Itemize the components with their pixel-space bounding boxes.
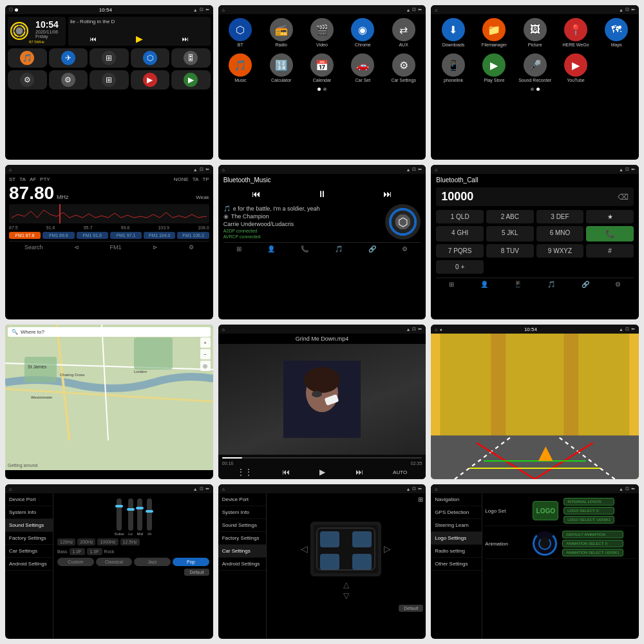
grid-app-herewego[interactable]: 📍 HERE WeGo — [557, 18, 594, 47]
dial-8[interactable]: 8 TUV — [486, 244, 534, 258]
menu12-logo[interactable]: Logo Settings — [431, 532, 482, 545]
default-anim-btn[interactable]: DEFAULT ANIMATION — [562, 531, 623, 538]
grid-app-music[interactable]: 🎵 Music — [222, 53, 259, 82]
preset-classical[interactable]: Classical — [96, 558, 133, 566]
anim-select-udisk1-btn[interactable]: ANIMATION SELECT: UDISK1 — [562, 549, 623, 556]
logo-box[interactable]: LOGO — [533, 501, 558, 520]
prev-track[interactable]: ⊲ — [74, 244, 79, 251]
map-search-bar[interactable]: 🔍 Where to? — [8, 327, 211, 337]
menu-factory-settings[interactable]: Factory Settings — [5, 532, 53, 545]
search-btn[interactable]: Search — [24, 244, 43, 251]
logo-select-udisk1-btn[interactable]: LOGO SELECT: UDISK1 — [564, 516, 614, 524]
internal-logos-btn[interactable]: INTERNAL LOGOS — [564, 498, 614, 506]
vid-play[interactable]: ▶ — [319, 468, 325, 477]
grid-app-carset[interactable]: 🚗 Car Set — [345, 53, 381, 82]
bt-phone-icon[interactable]: 📞 — [301, 245, 308, 252]
bt-prev[interactable]: ⏮ — [252, 189, 261, 199]
grid-app-maps[interactable]: 🗺 Maps — [598, 18, 635, 47]
preset-2[interactable]: FM1 89.8 — [43, 232, 74, 239]
menu12-radio[interactable]: Radio setting — [431, 545, 482, 558]
grid-app-calendar[interactable]: 📅 Calendar — [303, 53, 340, 82]
call-dialpad-icon[interactable]: ⊞ — [449, 281, 454, 288]
eq-toggle-icon[interactable]: ⊞ — [418, 496, 423, 503]
app-settings2[interactable]: ⚙ — [8, 70, 47, 90]
grid-app-aux[interactable]: ⇄ AUX — [385, 18, 422, 47]
menu-car-settings[interactable]: Car Settings — [5, 545, 53, 558]
next-btn[interactable]: ⏭ — [182, 35, 189, 43]
preset-3[interactable]: FM1 91.8 — [77, 232, 108, 239]
menu12-other[interactable]: Other Settings — [431, 558, 482, 571]
grid-app-bt[interactable]: ⬡ BT — [222, 18, 259, 47]
bt-music-icon[interactable]: 🎵 — [335, 245, 343, 252]
progress-bar[interactable] — [222, 457, 422, 459]
eq-mid-track[interactable] — [137, 498, 142, 531]
dial-star[interactable]: ★ — [586, 210, 634, 223]
preset-pop[interactable]: Pop — [173, 558, 209, 566]
car-right-arrow[interactable]: ▷ — [384, 544, 391, 554]
grid-app-calc[interactable]: 🔢 Calculator — [263, 53, 299, 82]
call-btn[interactable]: 📞 — [586, 226, 634, 242]
car-left-arrow[interactable]: ◁ — [301, 544, 308, 554]
dial-3[interactable]: 3 DEF — [536, 210, 584, 223]
freq-120[interactable]: 120Hz — [57, 538, 75, 545]
next-track[interactable]: ⊳ — [153, 244, 158, 251]
dial-6[interactable]: 6 MNO — [536, 226, 584, 242]
freq-125[interactable]: 12.5Hz — [120, 538, 140, 545]
call-settings-icon[interactable]: ⚙ — [615, 281, 621, 288]
freq-1000[interactable]: 1000Hz — [97, 538, 118, 545]
settings-btn[interactable]: ⚙ — [189, 244, 194, 251]
bt-settings-icon[interactable]: ⚙ — [402, 245, 408, 252]
grid-app-playstore[interactable]: ▶ Play Store — [476, 53, 513, 82]
prev-btn[interactable]: ⏮ — [90, 35, 97, 43]
menu11-sound-settings[interactable]: Sound Settings — [218, 519, 266, 532]
dial-7[interactable]: 7 PQRS — [436, 244, 484, 258]
dial-hash[interactable]: # — [586, 244, 634, 258]
preset-custom[interactable]: Custom — [57, 558, 94, 566]
grid-app-carsettings[interactable]: ⚙ Car Settings — [385, 53, 422, 82]
call-music-icon[interactable]: 🎵 — [547, 281, 555, 288]
dial-9[interactable]: 9 WXYZ — [536, 244, 584, 258]
app-bt[interactable]: ⬡ — [131, 48, 170, 68]
menu11-device-port[interactable]: Device Port — [218, 493, 266, 506]
dial-0[interactable]: 0 + — [436, 260, 484, 274]
grid-app-chrome[interactable]: ◉ Chrome — [345, 18, 381, 47]
vid-prev[interactable]: ⏮ — [282, 468, 290, 477]
app-telegram[interactable]: ✈ — [49, 48, 88, 68]
preset-4[interactable]: FM1 97.1 — [110, 232, 142, 239]
freq-200[interactable]: 200Hz — [77, 538, 95, 545]
menu11-factory-settings[interactable]: Factory Settings — [218, 532, 266, 545]
grid-app-picture[interactable]: 🖼 Picture — [516, 18, 553, 47]
menu12-steering[interactable]: Steering Learn — [431, 519, 482, 532]
call-contacts-icon[interactable]: 👤 — [480, 281, 488, 288]
grid-app-video[interactable]: 🎬 Video — [303, 18, 340, 47]
grid-app-filemanager[interactable]: 📁 Filemanager — [476, 18, 513, 47]
grid-app-youtube2[interactable]: ▶ YouTube — [557, 53, 594, 82]
preset-jazz[interactable]: Jazz — [134, 558, 171, 566]
menu-system-info[interactable]: System Info — [5, 506, 53, 519]
zoom-out-btn[interactable]: − — [200, 349, 211, 359]
app-play[interactable]: ▶ — [171, 70, 211, 90]
app-knob[interactable]: 🎛 — [171, 48, 211, 68]
logo-select-0-btn[interactable]: LOGO SELECT: 0 — [564, 507, 614, 515]
app-music[interactable]: 🎵 — [8, 48, 47, 68]
preset-1[interactable]: FM1 87.8 — [9, 232, 41, 239]
call-phone-icon[interactable]: 📱 — [514, 281, 522, 288]
eq-lo-track[interactable] — [128, 498, 133, 531]
preset-6[interactable]: FM1 106.2 — [177, 232, 209, 239]
bt-link-icon[interactable]: 🔗 — [368, 245, 376, 252]
dial-5[interactable]: 5 JKL — [486, 226, 534, 242]
eq-subw-track[interactable] — [117, 498, 122, 531]
grid-app-downloads[interactable]: ⬇ Downloads — [435, 18, 471, 47]
dial-2[interactable]: 2 ABC — [486, 210, 534, 223]
grid-app-radio[interactable]: 📻 Radio — [263, 18, 299, 47]
app-settings3[interactable]: ⚙ — [49, 70, 88, 90]
preset-5[interactable]: FM1 104.0 — [144, 232, 175, 239]
bt-next[interactable]: ⏭ — [383, 189, 392, 199]
bt-pause[interactable]: ⏸ — [317, 189, 327, 199]
app-youtube[interactable]: ▶ — [131, 70, 170, 90]
menu-device-port[interactable]: Device Port — [5, 493, 53, 506]
car-up-arrow[interactable]: △ — [343, 580, 349, 589]
menu12-gps[interactable]: GPS Detection — [431, 506, 482, 519]
app-windows[interactable]: ⊞ — [90, 48, 129, 68]
vid-next[interactable]: ⏭ — [355, 468, 363, 477]
